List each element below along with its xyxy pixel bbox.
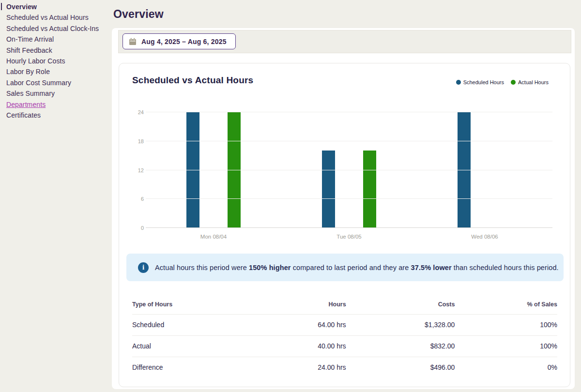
sidebar-item-label: On-Time Arrival — [6, 35, 54, 43]
insight-text-part: 150% higher — [249, 264, 291, 271]
sidebar-item-label: Certificates — [6, 111, 41, 119]
insight-text: Actual hours this period were 150% highe… — [155, 264, 559, 271]
x-axis-label-wed-08-06: Wed 08/06 — [417, 234, 552, 240]
sidebar-item-label: Labor By Role — [6, 68, 50, 75]
sidebar-item-hourly-labor-costs[interactable]: Hourly Labor Costs — [6, 56, 111, 66]
chart-card: Scheduled vs Actual Hours Scheduled Hour… — [119, 63, 570, 387]
page-title: Overview — [113, 8, 164, 21]
chart-legend: Scheduled HoursActual Hours — [456, 79, 549, 85]
x-axis-label-mon-08-04: Mon 08/04 — [146, 234, 281, 240]
gridline — [146, 170, 552, 170]
legend-label: Actual Hours — [518, 79, 549, 85]
sidebar-item-shift-feedback[interactable]: Shift Feedback — [6, 45, 111, 56]
table-row-actual: Actual40.00 hrs$832.00100% — [132, 335, 557, 357]
table-cell: 40.00 hrs — [260, 335, 346, 357]
table-header-hours: Hours — [260, 295, 346, 314]
legend-item-actual-hours: Actual Hours — [511, 79, 549, 85]
legend-dot — [456, 80, 461, 85]
info-icon: i — [138, 262, 149, 273]
sidebar-item-labor-cost-summary[interactable]: Labor Cost Summary — [6, 77, 111, 88]
table-row-scheduled: Scheduled64.00 hrs$1,328.00100% — [132, 314, 557, 335]
table-cell: $496.00 — [346, 357, 455, 378]
insight-text-part: compared to last period and they are — [291, 264, 411, 271]
sidebar-item-label: Sales Summary — [6, 90, 55, 97]
chart-y-axis: 06121824 — [119, 112, 144, 228]
y-axis-tick: 0 — [119, 225, 144, 231]
gridline — [146, 198, 552, 199]
sidebar-item-on-time-arrival[interactable]: On-Time Arrival — [6, 34, 111, 45]
chart-title: Scheduled vs Actual Hours — [132, 75, 253, 86]
table-cell: $832.00 — [346, 335, 455, 357]
calendar-icon — [129, 38, 137, 45]
active-indicator — [1, 3, 2, 10]
y-axis-tick: 18 — [119, 138, 144, 145]
legend-dot — [511, 80, 516, 85]
y-axis-tick: 24 — [119, 109, 144, 116]
table-cell: 24.00 hrs — [260, 357, 346, 378]
table-cell: 100% — [455, 335, 557, 357]
gridline — [146, 227, 552, 228]
table-row-difference: Difference24.00 hrs$496.000% — [132, 357, 557, 378]
bar-scheduled-hours-tue-08-05 — [322, 151, 335, 227]
sidebar-item-label: Hourly Labor Costs — [6, 57, 65, 65]
table-cell: 0% — [455, 357, 557, 378]
sidebar-item-label: Scheduled vs Actual Hours — [6, 14, 89, 21]
sidebar-item-scheduled-vs-actual-hours[interactable]: Scheduled vs Actual Hours — [6, 12, 111, 23]
sidebar-item-label: Overview — [6, 3, 37, 11]
bar-actual-hours-tue-08-05 — [363, 151, 376, 227]
table-cell: $1,328.00 — [346, 314, 455, 335]
table-header-of-sales: % of Sales — [455, 295, 557, 314]
sidebar-item-label: Departments — [6, 101, 46, 108]
main-panel: Aug 4, 2025 – Aug 6, 2025 Scheduled vs A… — [112, 28, 575, 389]
hours-table: Type of HoursHoursCosts% of Sales Schedu… — [132, 295, 557, 378]
insight-text-part: 37.5% lower — [411, 264, 452, 271]
insight-banner: i Actual hours this period were 150% hig… — [126, 254, 564, 281]
table-header-row: Type of HoursHoursCosts% of Sales — [132, 295, 557, 314]
sidebar-item-labor-by-role[interactable]: Labor By Role — [6, 66, 111, 77]
sidebar-item-scheduled-vs-actual-clock-ins[interactable]: Scheduled vs Actual Clock-Ins — [6, 23, 111, 34]
table-cell: Difference — [132, 357, 260, 378]
sidebar-item-departments[interactable]: Departments — [6, 99, 111, 110]
sidebar-nav: OverviewScheduled vs Actual HoursSchedul… — [0, 0, 111, 392]
date-range-picker[interactable]: Aug 4, 2025 – Aug 6, 2025 — [122, 33, 236, 49]
table-cell: Actual — [132, 335, 260, 357]
chart-plot — [146, 112, 552, 228]
chart-x-axis: Mon 08/04Tue 08/05Wed 08/06 — [146, 234, 552, 240]
sidebar-item-label: Labor Cost Summary — [6, 79, 71, 87]
insight-text-part: Actual hours this period were — [155, 264, 249, 271]
table-body: Scheduled64.00 hrs$1,328.00100%Actual40.… — [132, 314, 557, 378]
gridline — [146, 112, 552, 112]
sidebar-item-label: Shift Feedback — [6, 46, 52, 54]
table-cell: 64.00 hrs — [260, 314, 346, 335]
insight-text-part: than scheduled hours this period. — [452, 264, 559, 271]
table-cell: Scheduled — [132, 314, 260, 335]
filter-bar: Aug 4, 2025 – Aug 6, 2025 — [118, 30, 571, 53]
sidebar-item-label: Scheduled vs Actual Clock-Ins — [6, 25, 99, 32]
table-cell: 100% — [455, 314, 557, 335]
legend-label: Scheduled Hours — [463, 79, 504, 85]
date-range-label: Aug 4, 2025 – Aug 6, 2025 — [141, 38, 227, 45]
legend-item-scheduled-hours: Scheduled Hours — [456, 79, 504, 85]
y-axis-tick: 6 — [119, 196, 144, 202]
sidebar-item-sales-summary[interactable]: Sales Summary — [6, 88, 111, 99]
table-header-costs: Costs — [346, 295, 455, 314]
gridline — [146, 141, 552, 141]
x-axis-label-tue-08-05: Tue 08/05 — [281, 234, 417, 240]
y-axis-tick: 12 — [119, 167, 144, 174]
sidebar-item-overview[interactable]: Overview — [6, 1, 111, 12]
table-header-type-of-hours: Type of Hours — [132, 295, 260, 314]
sidebar-item-certificates[interactable]: Certificates — [6, 110, 111, 121]
